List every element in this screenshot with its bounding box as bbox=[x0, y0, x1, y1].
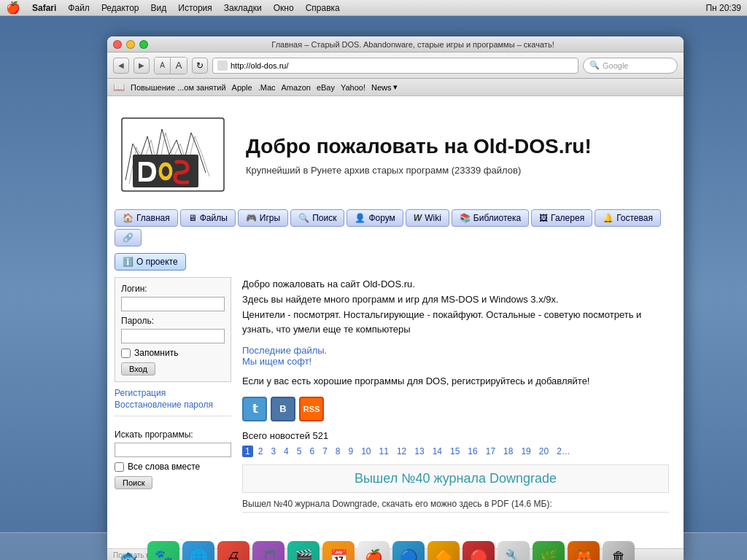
apple-menu[interactable]: 🍎 bbox=[6, 1, 20, 15]
dock-item-3[interactable]: 🌐 bbox=[182, 541, 214, 560]
twitter-icon[interactable]: 𝕥 bbox=[242, 397, 267, 421]
page-8[interactable]: 8 bbox=[333, 446, 344, 457]
dock-item-2[interactable]: 🐾 bbox=[147, 541, 179, 560]
login-input[interactable] bbox=[121, 297, 225, 311]
address-bar[interactable]: http://old-dos.ru/ bbox=[212, 58, 578, 74]
bookmark-news[interactable]: News ▾ bbox=[371, 82, 398, 92]
nav-search[interactable]: 🔍 Поиск bbox=[290, 209, 344, 227]
nav-buttons: 🏠 Главная 🖥 Файлы 🎮 Игры 🔍 Поиск bbox=[115, 206, 669, 250]
maximize-button[interactable] bbox=[139, 40, 148, 49]
library-icon: 📚 bbox=[460, 213, 471, 223]
dock-item-9[interactable]: 🔵 bbox=[392, 541, 425, 560]
nav-gallery[interactable]: 🖼 Галерея bbox=[531, 209, 592, 227]
dock-finder[interactable]: 🐟 bbox=[112, 541, 144, 560]
nav-games[interactable]: 🎮 Игры bbox=[238, 209, 288, 227]
nav-wiki[interactable]: W Wiki bbox=[406, 209, 449, 227]
page-14[interactable]: 14 bbox=[430, 446, 445, 457]
bookmarks-bar: 📖 Повышение ...ом занятий Apple .Mac Ama… bbox=[107, 79, 684, 96]
site-header: Добро пожаловать на Old-DOS.ru! Крупнейш… bbox=[115, 104, 669, 206]
page-17[interactable]: 17 bbox=[483, 446, 498, 457]
dock-item-15[interactable]: 🗑 bbox=[603, 541, 635, 560]
page-3[interactable]: 3 bbox=[268, 446, 279, 457]
dock-item-4[interactable]: 🖨 bbox=[217, 541, 249, 560]
dock-item-8[interactable]: 🍎 bbox=[357, 541, 390, 560]
main-area: Логин: Пароль: Запомнить Вход Регистрац bbox=[115, 273, 669, 516]
page-7[interactable]: 7 bbox=[320, 446, 330, 457]
bookmark-amazon[interactable]: Amazon bbox=[282, 83, 311, 92]
text-smaller-button[interactable]: A bbox=[155, 58, 171, 74]
home-icon: 🏠 bbox=[123, 213, 133, 223]
nav-games-label: Игры bbox=[260, 213, 280, 223]
page-more[interactable]: 2… bbox=[554, 446, 573, 457]
program-search-input[interactable] bbox=[115, 443, 231, 457]
page-16[interactable]: 16 bbox=[465, 446, 480, 457]
bookmark-studying[interactable]: Повышение ...ом занятий bbox=[131, 83, 226, 92]
page-2[interactable]: 2 bbox=[255, 446, 266, 457]
bookmark-apple[interactable]: Apple bbox=[232, 83, 252, 92]
nav-forum[interactable]: 👤 Форум bbox=[347, 209, 403, 227]
text-larger-button[interactable]: A bbox=[171, 58, 187, 74]
page-12[interactable]: 12 bbox=[394, 446, 409, 457]
login-button[interactable]: Вход bbox=[121, 362, 155, 376]
page-6[interactable]: 6 bbox=[306, 446, 317, 457]
page-9[interactable]: 9 bbox=[346, 446, 357, 457]
promo-text: Если у вас есть хорошие программы для DO… bbox=[242, 374, 669, 389]
restore-password-link[interactable]: Восстановление пароля bbox=[115, 400, 231, 410]
web-content[interactable]: Добро пожаловать на Old-DOS.ru! Крупнейш… bbox=[107, 96, 684, 548]
dock-item-5[interactable]: 🎵 bbox=[252, 541, 285, 560]
headline-link[interactable]: Вышел №40 журнала Downgrade bbox=[355, 471, 557, 486]
forward-button[interactable]: ▶ bbox=[133, 58, 150, 74]
bookmark-ebay[interactable]: eBay bbox=[317, 83, 335, 92]
menu-help[interactable]: Справка bbox=[306, 3, 340, 13]
page-13[interactable]: 13 bbox=[411, 446, 427, 457]
menu-file[interactable]: Файл bbox=[68, 3, 90, 13]
reload-button[interactable]: ↻ bbox=[192, 58, 208, 74]
dock-item-14[interactable]: 🦊 bbox=[568, 541, 600, 560]
page-11[interactable]: 11 bbox=[376, 446, 392, 457]
register-link[interactable]: Регистрация bbox=[115, 388, 231, 398]
back-button[interactable]: ◀ bbox=[113, 58, 129, 74]
menu-history[interactable]: История bbox=[178, 3, 212, 13]
nav-guestbook-label: Гостевая bbox=[616, 213, 653, 223]
favicon bbox=[217, 61, 228, 71]
dock-item-7[interactable]: 📅 bbox=[322, 541, 355, 560]
bookmark-yahoo[interactable]: Yahoo! bbox=[341, 83, 365, 92]
dock-item-10[interactable]: 🔶 bbox=[427, 541, 460, 560]
remember-checkbox[interactable] bbox=[121, 349, 131, 358]
menu-safari[interactable]: Safari bbox=[32, 3, 56, 13]
dock-item-13[interactable]: 🌿 bbox=[533, 541, 565, 560]
vk-icon[interactable]: B bbox=[271, 397, 295, 421]
nav-files[interactable]: 🖥 Файлы bbox=[180, 209, 236, 227]
menu-bookmarks[interactable]: Закладки bbox=[224, 3, 262, 13]
menu-window[interactable]: Окно bbox=[274, 3, 294, 13]
all-words-checkbox[interactable] bbox=[115, 462, 124, 472]
search-button[interactable]: Поиск bbox=[115, 476, 152, 489]
page-1[interactable]: 1 bbox=[242, 446, 253, 457]
dock-item-6[interactable]: 🎬 bbox=[287, 541, 320, 560]
nav-about[interactable]: ℹ️ О проекте bbox=[115, 253, 186, 271]
page-4[interactable]: 4 bbox=[281, 446, 292, 457]
search-bar[interactable]: 🔍 Google bbox=[583, 58, 678, 74]
password-input[interactable] bbox=[121, 329, 225, 343]
page-5[interactable]: 5 bbox=[294, 446, 305, 457]
looking-for-link[interactable]: Мы ищем софт! bbox=[242, 356, 669, 367]
bookmark-mac[interactable]: .Mac bbox=[258, 83, 276, 92]
close-button[interactable] bbox=[113, 40, 122, 49]
page-20[interactable]: 20 bbox=[536, 446, 551, 457]
minimize-button[interactable] bbox=[126, 40, 135, 49]
rss-icon[interactable]: RSS bbox=[299, 397, 324, 421]
page-15[interactable]: 15 bbox=[447, 446, 462, 457]
page-19[interactable]: 19 bbox=[518, 446, 533, 457]
nav-home[interactable]: 🏠 Главная bbox=[115, 209, 178, 227]
nav-link[interactable]: 🔗 bbox=[115, 229, 142, 246]
menu-view[interactable]: Вид bbox=[151, 3, 167, 13]
dock-item-11[interactable]: 🔴 bbox=[462, 541, 495, 560]
page-10[interactable]: 10 bbox=[358, 446, 374, 457]
all-words-label: Все слова вместе bbox=[128, 462, 200, 472]
nav-library[interactable]: 📚 Библиотека bbox=[452, 209, 529, 227]
nav-guestbook[interactable]: 🔔 Гостевая bbox=[595, 209, 661, 227]
page-18[interactable]: 18 bbox=[500, 446, 516, 457]
latest-files-link[interactable]: Последние файлы. bbox=[242, 345, 669, 356]
menu-edit[interactable]: Редактор bbox=[101, 3, 139, 13]
dock-item-12[interactable]: 🔧 bbox=[498, 541, 530, 560]
